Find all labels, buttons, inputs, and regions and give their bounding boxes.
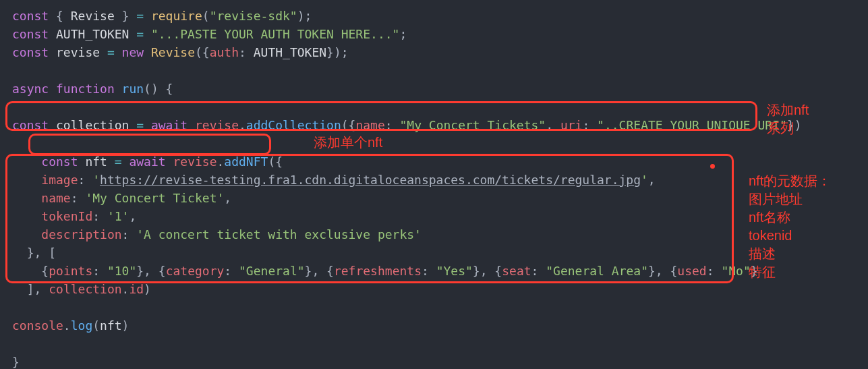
code-line: const revise = new Revise({auth: AUTH_TO… bbox=[12, 45, 349, 59]
code-line: async function run() { bbox=[12, 82, 173, 96]
code-line: console.log(nft) bbox=[12, 318, 129, 333]
code-line: image: 'https://revise-testing.fra1.cdn.… bbox=[12, 173, 656, 187]
code-line: const { Revise } = require("revise-sdk")… bbox=[12, 9, 312, 23]
code-line: description: 'A concert ticket with excl… bbox=[12, 227, 422, 242]
code-line: }, [ bbox=[12, 246, 56, 260]
code-line: const AUTH_TOKEN = "...PASTE YOUR AUTH T… bbox=[12, 27, 407, 41]
code-line: name: 'My Concert Ticket', bbox=[12, 191, 231, 205]
code-line: const nft = await revise.addNFT({ bbox=[12, 154, 283, 169]
code-block: const { Revise } = require("revise-sdk")… bbox=[0, 7, 868, 369]
code-line: } bbox=[12, 355, 20, 369]
code-line: {points: "10"}, {category: "General"}, {… bbox=[12, 264, 758, 278]
code-line: tokenId: '1', bbox=[12, 209, 136, 223]
code-line: ], collection.id) bbox=[12, 282, 151, 296]
code-line: const collection = await revise.addColle… bbox=[12, 118, 802, 132]
